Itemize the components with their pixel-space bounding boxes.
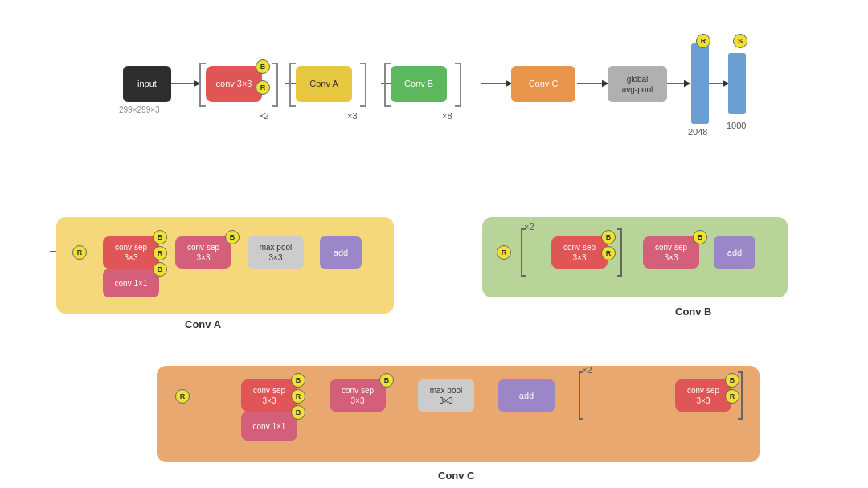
bracket-left-convB-inner	[521, 228, 526, 277]
convC-sep2-box: conv sep 3×3	[330, 379, 386, 412]
conv3x3-box: conv 3×3	[206, 66, 262, 102]
convC-add-label: add	[519, 390, 534, 401]
convA-sep1-label: conv sep 3×3	[115, 242, 147, 263]
convC-maxpool-box: max pool 3×3	[418, 379, 474, 412]
bar-1000	[728, 53, 746, 114]
convC-sep1-r-badge: R	[291, 389, 305, 404]
convA-sep1-box: conv sep 3×3	[103, 236, 159, 269]
input-dim: 299×299×3	[119, 105, 160, 114]
convC-sep3-box: conv sep 3×3	[675, 379, 731, 412]
convC-r-badge: R	[175, 389, 190, 404]
convC-conv1x1-b-badge: B	[291, 405, 305, 420]
bracket-right-conv	[272, 63, 278, 107]
convC-sep2-label: conv sep 3×3	[342, 385, 374, 406]
convA-maxpool-box: max pool 3×3	[248, 236, 304, 269]
convA-repeat-label: ×3	[347, 111, 358, 121]
bracket-left-conv	[199, 63, 206, 107]
convB-title: Conv B	[675, 306, 712, 318]
convB-add-box: add	[714, 236, 755, 269]
convB-sep1-label: conv sep 3×3	[563, 242, 596, 263]
convC-box: Conv C	[511, 66, 575, 102]
bar1000-s-badge: S	[733, 34, 747, 48]
convB-sep1-box: conv sep 3×3	[551, 236, 608, 269]
convA-add-box: add	[320, 236, 362, 269]
convA-add-label: add	[334, 247, 348, 258]
convC-sep1-box: conv sep 3×3	[241, 379, 297, 412]
convB-sep1-r-badge: R	[601, 246, 616, 260]
convA-sep2-label: conv sep 3×3	[187, 242, 219, 263]
avgpool-label: global avg-pool	[622, 74, 653, 95]
convA-sep2-box: conv sep 3×3	[175, 236, 231, 269]
bracket-right-convB	[455, 63, 461, 107]
convB-label: Conv B	[404, 78, 433, 89]
convC-repeat-label: ×2	[582, 365, 592, 375]
convC-title: Conv C	[438, 470, 475, 482]
convA-sep1-r-badge: R	[153, 246, 167, 260]
convC-sep2-b-badge: B	[379, 373, 394, 388]
convC-add-box: add	[498, 379, 555, 412]
convA-conv1x1-b-badge: B	[153, 262, 167, 277]
convA-sep1-b-badge: B	[153, 230, 167, 244]
convB-box: Conv B	[391, 66, 447, 102]
bracket-right-convA	[360, 63, 366, 107]
convA-box: Conv A	[296, 66, 352, 102]
diagram-container: input 299×299×3 conv 3×3 B R ×2 Conv A ×…	[0, 0, 868, 488]
convA-conv1x1-label: conv 1×1	[115, 278, 148, 289]
size-1000-label: 1000	[727, 121, 746, 130]
convC-sep1-label: conv sep 3×3	[253, 385, 285, 406]
bar2048-r-badge: R	[696, 34, 710, 48]
convA-maxpool-label: max pool 3×3	[260, 242, 293, 263]
convC-conv1x1-label: conv 1×1	[253, 421, 286, 432]
bracket-right-convC-inner	[738, 371, 743, 420]
convB-sep2-b-badge: B	[693, 230, 707, 244]
convC-sep1-b-badge: B	[291, 373, 305, 388]
convA-sep2-b-badge: B	[225, 230, 240, 244]
convB-repeat-label: ×8	[442, 111, 452, 121]
convB-sep1-b-badge: B	[601, 230, 616, 244]
conv3x3-label: conv 3×3	[216, 78, 252, 89]
convC-label: Conv C	[529, 78, 559, 89]
bracket-right-convB-inner	[617, 228, 622, 277]
bracket-left-convC-inner	[579, 371, 583, 420]
convA-label: Conv A	[309, 78, 338, 89]
conv-repeat-label: ×2	[259, 111, 269, 121]
convB-repeat-inner: ×2	[524, 222, 534, 232]
avgpool-box: global avg-pool	[608, 66, 667, 102]
convB-sep2-label: conv sep 3×3	[655, 242, 687, 263]
convA-conv1x1-box: conv 1×1	[103, 269, 159, 297]
bar-2048	[691, 43, 709, 124]
convA-title: Conv A	[185, 318, 221, 330]
conv3x3-b-badge: B	[256, 59, 270, 74]
convC-conv1x1-box: conv 1×1	[241, 412, 297, 441]
convA-r-badge: R	[72, 245, 87, 260]
input-label: input	[137, 78, 157, 89]
convB-r-badge: R	[497, 245, 511, 260]
conv3x3-r-badge: R	[256, 80, 270, 95]
convB-add-label: add	[727, 247, 742, 258]
convC-maxpool-label: max pool 3×3	[430, 385, 463, 406]
bracket-left-convA	[289, 63, 296, 107]
input-box: input	[123, 66, 171, 102]
bracket-left-convB	[384, 63, 391, 107]
convB-sep2-box: conv sep 3×3	[643, 236, 699, 269]
convC-sep3-label: conv sep 3×3	[687, 385, 719, 406]
size-2048-label: 2048	[688, 127, 707, 137]
